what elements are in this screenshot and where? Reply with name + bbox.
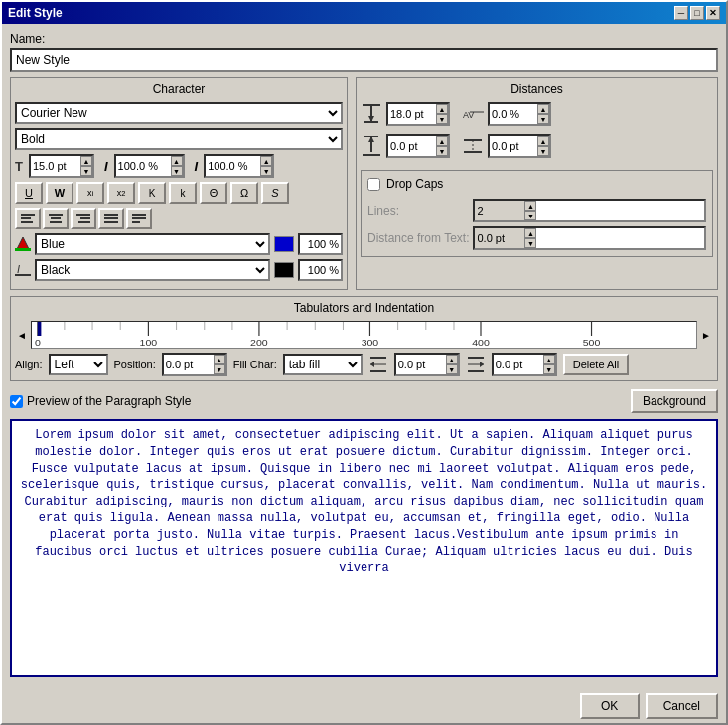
below-para-up[interactable]: ▲ (436, 136, 448, 146)
font-color-select[interactable]: Blue (35, 233, 270, 255)
font-color-pct[interactable] (298, 233, 343, 255)
indent1-down[interactable]: ▼ (446, 364, 458, 374)
scale-y-input[interactable] (206, 156, 260, 176)
font-select[interactable]: Courier New (15, 102, 343, 124)
svg-text:0: 0 (35, 338, 41, 348)
maximize-button[interactable]: □ (690, 6, 704, 20)
svg-rect-14 (132, 221, 140, 223)
above-para-icon (361, 104, 382, 124)
svg-rect-1 (21, 218, 31, 219)
font-size-down[interactable]: ▼ (80, 166, 92, 176)
ruler-svg: 0 100 200 300 400 500 (32, 322, 696, 349)
preview-checkbox-row: Preview of the Paragraph Style (10, 394, 191, 408)
svg-rect-4 (51, 218, 61, 219)
distance-down: ▼ (524, 238, 536, 248)
distance-input (475, 228, 524, 248)
outline-button[interactable]: Ω (230, 182, 258, 204)
svg-rect-6 (76, 214, 90, 216)
preview-checkbox[interactable] (10, 395, 23, 408)
line-spacing-icon (462, 136, 484, 156)
below-offset-up[interactable]: ▲ (537, 136, 549, 146)
underline-button[interactable]: U (15, 182, 43, 204)
svg-rect-19 (363, 104, 380, 106)
above-para-up[interactable]: ▲ (436, 104, 448, 114)
cancel-button[interactable]: Cancel (646, 693, 718, 719)
font-color-swatch (274, 236, 294, 252)
scale-y-arrows: ▲ ▼ (260, 156, 272, 176)
svg-marker-60 (370, 362, 374, 367)
subscript-button[interactable]: xi (76, 182, 104, 204)
ruler[interactable]: 0 100 200 300 400 500 (31, 321, 697, 349)
lowercase-button[interactable]: k (169, 182, 197, 204)
kerning-input[interactable] (490, 104, 537, 124)
distance-label: Distance from Text: (367, 231, 469, 245)
scale-x-up[interactable]: ▲ (171, 156, 183, 166)
font-size-up[interactable]: ▲ (80, 156, 92, 166)
font-size-input[interactable] (31, 156, 80, 176)
distance-up: ▲ (524, 228, 536, 238)
ruler-right-arrow[interactable]: ► (699, 330, 713, 341)
below-para-down[interactable]: ▼ (436, 146, 448, 156)
svg-text:I: I (17, 263, 20, 275)
window-title: Edit Style (8, 6, 63, 20)
indent2-down[interactable]: ▼ (543, 364, 555, 374)
scale-x-arrows: ▲ ▼ (171, 156, 183, 176)
svg-text:100: 100 (140, 338, 158, 348)
minimize-button[interactable]: ─ (674, 6, 688, 20)
background-button[interactable]: Background (631, 389, 718, 413)
underline-color-select[interactable]: Black (35, 259, 270, 281)
svg-text:300: 300 (362, 338, 379, 348)
indent1-up[interactable]: ▲ (446, 355, 458, 364)
below-offset-down[interactable]: ▼ (537, 146, 549, 156)
above-para-down[interactable]: ▼ (436, 114, 448, 124)
ruler-left-arrow[interactable]: ◄ (15, 330, 29, 341)
position-up[interactable]: ▲ (214, 355, 225, 364)
svg-rect-57 (38, 322, 42, 336)
fill-char-select[interactable]: tab fill (283, 354, 363, 375)
svg-rect-9 (104, 214, 118, 216)
lines-input (475, 201, 524, 220)
scale-y-down[interactable]: ▼ (260, 166, 272, 176)
circle-button[interactable]: Θ (200, 182, 227, 204)
svg-rect-16 (15, 248, 31, 251)
scale-x-input[interactable] (116, 156, 171, 176)
style-buttons-row: U W xi x2 K k Θ Ω S (15, 182, 343, 204)
position-input[interactable] (164, 355, 214, 374)
align-force-justify-button[interactable] (126, 208, 152, 229)
shadow-button[interactable]: S (261, 182, 289, 204)
align-center-button[interactable] (43, 208, 69, 229)
scale-y-up[interactable]: ▲ (260, 156, 272, 166)
name-input[interactable] (10, 48, 718, 72)
scale-x-down[interactable]: ▼ (171, 166, 183, 176)
indent2-input[interactable] (494, 355, 543, 374)
svg-rect-0 (21, 214, 35, 216)
kerning-down[interactable]: ▼ (537, 114, 549, 124)
svg-marker-15 (17, 237, 29, 249)
tab-align-select[interactable]: Left (49, 354, 108, 375)
align-justify-button[interactable] (98, 208, 124, 229)
delete-all-button[interactable]: Delete All (563, 354, 629, 375)
indent1-input[interactable] (396, 355, 446, 374)
indent2-up[interactable]: ▲ (543, 355, 555, 364)
ok-button[interactable]: OK (580, 693, 640, 719)
superscript-button[interactable]: x2 (107, 182, 135, 204)
distances-panel: Distances ▲ (356, 77, 718, 290)
uppercase-button[interactable]: K (138, 182, 166, 204)
close-button[interactable]: ✕ (706, 6, 720, 20)
position-down[interactable]: ▼ (214, 364, 225, 374)
drop-caps-checkbox[interactable] (367, 178, 380, 191)
underline-pct[interactable] (298, 259, 343, 281)
below-para-input[interactable] (388, 136, 436, 156)
style-select[interactable]: Bold (15, 128, 343, 150)
below-offset-input[interactable] (490, 136, 537, 156)
ruler-container: ◄ 0 100 200 300 400 (15, 321, 713, 349)
above-para-input[interactable] (388, 104, 436, 124)
kerning-icon: AV (462, 104, 484, 124)
lines-spin: ▲ ▼ (473, 199, 706, 222)
scale-v-icon: I (195, 159, 199, 174)
align-left-button[interactable] (15, 208, 41, 229)
kerning-up[interactable]: ▲ (537, 104, 549, 114)
align-right-button[interactable] (71, 208, 96, 229)
edit-style-dialog: Edit Style ─ □ ✕ Name: Character Courier… (0, 0, 728, 725)
word-underline-button[interactable]: W (46, 182, 73, 204)
